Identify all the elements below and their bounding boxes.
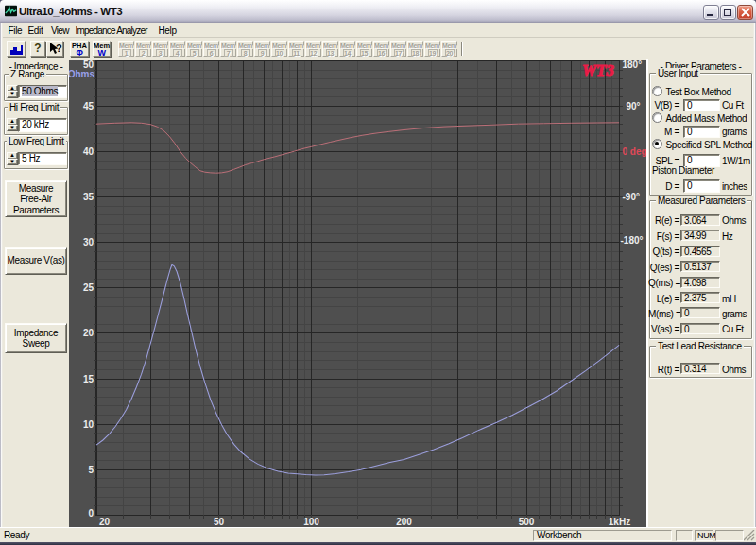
svg-text:1kHz: 1kHz — [609, 517, 630, 527]
svg-text:180°: 180° — [623, 60, 643, 70]
svg-text:20: 20 — [99, 517, 111, 527]
svg-text:200: 200 — [396, 517, 412, 527]
svg-text:5: 5 — [88, 465, 94, 475]
svg-text:10: 10 — [83, 419, 94, 430]
svg-text:WT3: WT3 — [582, 61, 615, 79]
svg-text:50: 50 — [214, 517, 225, 527]
svg-text:30: 30 — [83, 237, 94, 247]
svg-text:0: 0 — [88, 508, 94, 519]
svg-text:35: 35 — [83, 192, 94, 202]
svg-text:-90°: -90° — [623, 192, 640, 202]
svg-text:20: 20 — [83, 328, 94, 338]
svg-text:Ohms: Ohms — [69, 69, 94, 79]
svg-text:40: 40 — [83, 146, 94, 157]
svg-text:0 deg: 0 deg — [623, 146, 647, 157]
svg-text:90°: 90° — [627, 101, 641, 111]
svg-text:-180°: -180° — [621, 235, 644, 246]
svg-text:500: 500 — [519, 517, 535, 527]
svg-text:?: ? — [56, 43, 62, 54]
svg-text:100: 100 — [303, 517, 319, 527]
svg-text:15: 15 — [83, 374, 94, 384]
svg-text:45: 45 — [83, 101, 94, 111]
svg-text:25: 25 — [83, 282, 94, 293]
